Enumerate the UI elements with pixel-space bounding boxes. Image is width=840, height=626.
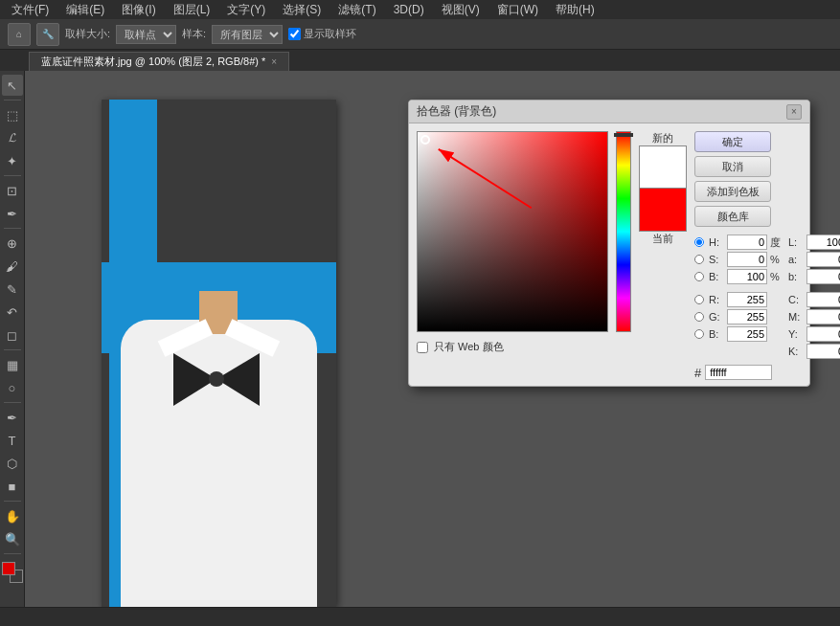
quick-select-tool[interactable]: ✦ (2, 150, 23, 171)
Y-input[interactable] (806, 326, 840, 342)
sample-label: 样本: (182, 27, 206, 41)
L-input[interactable] (806, 235, 840, 250)
brush-tool[interactable]: 🖌 (2, 256, 23, 277)
menu-view[interactable]: 视图(V) (434, 0, 488, 20)
tool-separator-5 (4, 402, 21, 403)
stamp-tool[interactable]: ✎ (2, 279, 23, 300)
main-area: ↖ ⬚ 𝓛 ✦ ⊡ ✒ ⊕ 🖌 ✎ ↶ ◻ ▦ ○ ✒ T ⬡ ■ ✋ 🔍 (0, 71, 840, 626)
picker-controls: 确定 取消 添加到色板 颜色库 H: 度 L: (694, 131, 840, 380)
show-ring-label: 显示取样环 (288, 27, 356, 41)
preview-area: 新的 当前 (639, 131, 687, 380)
color-values-grid: H: 度 L: S: % a: (694, 235, 840, 359)
color-gradient-box[interactable] (417, 131, 608, 332)
move-tool[interactable]: ↖ (2, 75, 23, 96)
status-bar (0, 607, 840, 626)
text-tool[interactable]: T (2, 430, 23, 451)
tab-close-button[interactable]: × (271, 56, 277, 67)
home-button[interactable]: ⌂ (8, 23, 31, 46)
cancel-button[interactable]: 取消 (694, 156, 771, 177)
hand-tool[interactable]: ✋ (2, 505, 23, 526)
web-only-row: 只有 Web 颜色 (417, 340, 608, 354)
tool-separator-2 (4, 175, 21, 176)
menu-file[interactable]: 文件(F) (4, 0, 57, 20)
zoom-tool[interactable]: 🔍 (2, 528, 23, 549)
B-radio[interactable] (694, 272, 704, 281)
H-unit: 度 (770, 235, 785, 250)
K-input[interactable] (806, 344, 840, 359)
menu-window[interactable]: 窗口(W) (489, 0, 546, 20)
preview-current-swatch (639, 189, 687, 232)
G-label: G: (709, 311, 724, 323)
menu-filter[interactable]: 滤镜(T) (330, 0, 383, 20)
menu-text[interactable]: 文字(Y) (219, 0, 273, 20)
web-only-checkbox[interactable] (417, 342, 428, 353)
heal-tool[interactable]: ⊕ (2, 233, 23, 254)
picker-buttons: 确定 取消 添加到色板 颜色库 (694, 131, 840, 227)
sample-select[interactable]: 所有图层 (212, 25, 283, 44)
K-label: K: (788, 346, 804, 357)
Bv-radio[interactable] (694, 329, 704, 339)
hex-label: # (694, 366, 701, 380)
foreground-color-swatch[interactable] (2, 562, 15, 575)
M-input[interactable] (806, 309, 840, 324)
R-label: R: (709, 294, 724, 305)
H-label: H: (709, 236, 724, 248)
color-libraries-button[interactable]: 颜色库 (694, 206, 771, 227)
B-unit: % (770, 271, 785, 282)
dialog-close-button[interactable]: × (786, 104, 802, 120)
S-input[interactable] (727, 252, 767, 267)
G-radio[interactable] (694, 312, 704, 322)
menu-select[interactable]: 选择(S) (275, 0, 329, 20)
eyedropper-tool[interactable]: ✒ (2, 203, 23, 224)
Y-label: Y: (788, 328, 804, 340)
history-brush-tool[interactable]: ↶ (2, 302, 23, 323)
R-input[interactable] (727, 292, 767, 307)
tool-size-select[interactable]: 取样点 (116, 25, 176, 44)
show-ring-checkbox[interactable] (288, 28, 301, 40)
marquee-tool[interactable]: ⬚ (2, 104, 23, 125)
menu-3d[interactable]: 3D(D) (386, 1, 432, 18)
eyedropper-tool-btn[interactable]: 🔧 (36, 23, 59, 46)
B-input[interactable] (727, 269, 767, 284)
H-input[interactable] (727, 235, 767, 250)
a-label: a: (788, 254, 804, 265)
eraser-tool[interactable]: ◻ (2, 324, 23, 346)
shape-tool[interactable]: ■ (2, 476, 23, 497)
menu-bar: 文件(F) 编辑(E) 图像(I) 图层(L) 文字(Y) 选择(S) 滤镜(T… (0, 0, 840, 19)
tool-separator-3 (4, 228, 21, 229)
gradient-area: 只有 Web 颜色 (417, 131, 608, 380)
a-input[interactable] (806, 252, 840, 267)
b-input[interactable] (806, 269, 840, 284)
crop-tool[interactable]: ⊡ (2, 180, 23, 201)
menu-help[interactable]: 帮助(H) (548, 0, 602, 20)
color-picker-dialog: 拾色器 (背景色) × (408, 100, 810, 387)
menu-layer[interactable]: 图层(L) (166, 0, 218, 20)
hue-bar[interactable] (616, 131, 631, 332)
add-to-swatches-button[interactable]: 添加到色板 (694, 181, 771, 202)
Bv-label: B: (709, 328, 724, 340)
ok-button[interactable]: 确定 (694, 131, 771, 152)
canvas-background (102, 100, 336, 607)
L-label: L: (788, 236, 804, 248)
Bv-input[interactable] (727, 326, 767, 342)
S-radio[interactable] (694, 255, 704, 264)
canvas-area: 拾色器 (背景色) × (25, 71, 840, 626)
R-radio[interactable] (694, 295, 704, 304)
M-label: M: (788, 311, 804, 323)
document-tab[interactable]: 蓝底证件照素材.jpg @ 100% (图层 2, RGB/8#) * × (29, 52, 289, 71)
dodge-tool[interactable]: ○ (2, 377, 23, 398)
H-radio[interactable] (694, 237, 704, 247)
menu-image[interactable]: 图像(I) (114, 0, 163, 20)
b-label: b: (788, 271, 804, 282)
hue-slider[interactable] (616, 131, 631, 332)
svg-point-2 (209, 371, 224, 387)
photo-content (102, 262, 336, 607)
hex-input[interactable] (705, 365, 772, 380)
pen-tool[interactable]: ✒ (2, 407, 23, 428)
C-input[interactable] (806, 292, 840, 307)
G-input[interactable] (727, 309, 767, 324)
lasso-tool[interactable]: 𝓛 (2, 127, 23, 148)
menu-edit[interactable]: 编辑(E) (58, 0, 112, 20)
path-tool[interactable]: ⬡ (2, 453, 23, 474)
gradient-tool[interactable]: ▦ (2, 354, 23, 375)
